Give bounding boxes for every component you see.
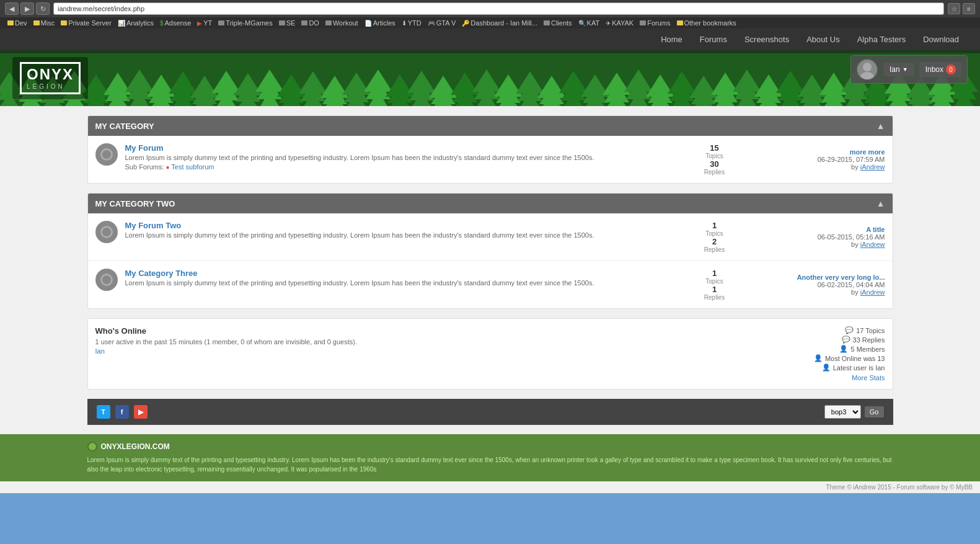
nav-alpha-testers[interactable]: Alpha Testers [849,29,915,50]
address-bar[interactable]: iandrew.me/secret/index.php [53,2,944,15]
forward-button[interactable]: ▶ [20,2,34,15]
bookmark-articles[interactable]: 📄 Articles [362,19,398,27]
back-button[interactable]: ◀ [5,2,19,15]
forum-stats-section: 1 Topics 1 Replies Another very very lon… [681,269,885,301]
forum-row: My Category Three Lorem Ipsum is simply … [88,261,893,308]
last-post-author[interactable]: iAndrew [860,241,885,248]
bookmark-analytics[interactable]: 📊 Analytics [115,19,156,27]
category-section-2: MY CATEGORY TWO ▲ My Forum Two Lorem Ips… [87,193,893,309]
bookmark-kayak[interactable]: ✈ KAYAK [603,19,636,27]
topics-count: 1 [690,221,739,230]
youtube-button[interactable]: ▶ [134,405,148,419]
browser-toolbar-icons: ☆ ≡ [948,3,975,14]
forum-icon [95,221,118,243]
folder-icon [218,20,224,25]
whos-online-description: 1 user active in the past 15 minutes (1 … [95,338,761,346]
forum-description: Lorem Ipsum is simply dummy text of the … [125,154,681,161]
bookmark-private-server[interactable]: Private Server [58,19,114,27]
replies-count: 2 [690,237,739,246]
folder-icon [279,20,285,25]
logo-line1: ONYX [27,66,74,82]
bookmark-adsense[interactable]: $ Adsense [157,19,193,27]
footer-right: bop3 Go [824,405,884,419]
bookmark-misc[interactable]: Misc [31,19,58,27]
gtav-icon: 🎮 [428,20,435,27]
bookmark-other[interactable]: Other bookmarks [674,19,739,27]
more-stats-link[interactable]: More Stats [761,374,885,381]
nav-screenshots[interactable]: Screenshots [736,29,798,50]
user-name-button[interactable]: Ian ▼ [883,63,914,76]
bookmark-forums[interactable]: Forums [637,19,673,27]
folder-icon [544,20,550,25]
forum-title[interactable]: My Category Three [125,269,681,278]
category-header-1: MY CATEGORY ▲ [88,116,893,136]
site-bottom-description: Lorem Ipsum is simply dummy text of the … [87,455,893,474]
forum-topics-stat: 1 Topics 2 Replies [690,221,739,253]
last-post-title[interactable]: Another very very long lo... [761,274,885,281]
star-icon[interactable]: ☆ [948,3,960,14]
folder-icon [33,20,40,25]
site-logo[interactable]: ONYX LEGION [12,57,88,99]
bookmark-do[interactable]: DO [299,19,322,27]
browser-nav-buttons: ◀ ▶ ↻ [5,2,50,15]
theme-select[interactable]: bop3 [824,405,861,419]
whos-online-section: Who's Online 1 user active in the past 1… [87,318,893,390]
bookmark-triple-mgames[interactable]: Triple-MGames [216,19,275,27]
topics-label: Topics [690,230,739,237]
last-post-author[interactable]: iAndrew [860,288,885,296]
hero-banner: ONYX LEGION Ian ▼ Inbox 0 [0,50,980,106]
bookmark-clients[interactable]: Clients [541,19,575,27]
bookmark-yt[interactable]: ▶ YT [195,19,214,27]
forum-last-post: Another very very long lo... 06-02-2015,… [761,274,885,296]
menu-icon[interactable]: ≡ [963,3,975,14]
replies-count: 1 [690,285,739,294]
subforum-link[interactable]: Test subforum [171,163,214,171]
nav-download[interactable]: Download [914,29,968,50]
last-post-title[interactable]: A title [761,226,885,233]
tree-background [0,53,980,106]
forum-title[interactable]: My Forum [125,143,681,153]
bookmark-ytd[interactable]: ⬇ YTD [399,19,424,27]
go-button[interactable]: Go [865,406,884,417]
inbox-button[interactable]: Inbox 0 [919,62,962,77]
folder-icon [61,20,67,25]
forum-icon [95,143,118,166]
facebook-button[interactable]: f [115,405,129,419]
bookmark-kat[interactable]: 🔍 KAT [576,19,603,27]
topics-label: Topics [690,278,739,285]
collapse-icon-2[interactable]: ▲ [876,198,885,208]
bookmark-se[interactable]: SE [276,19,298,27]
browser-chrome: ◀ ▶ ↻ iandrew.me/secret/index.php ☆ ≡ [0,0,980,17]
whos-online-left: Who's Online 1 user active in the past 1… [95,326,761,381]
last-post-by: by iAndrew [761,288,885,296]
bookmark-dashboard[interactable]: 🔑 Dashboard - Ian Mill... [459,19,540,27]
last-post-title[interactable]: more more [761,148,885,156]
category-section-1: MY CATEGORY ▲ My Forum Lorem Ipsum is si… [87,115,893,184]
forum-icon-inner [100,226,113,238]
forum-last-post: A title 06-05-2015, 05:16 AM by iAndrew [761,226,885,248]
forum-title[interactable]: My Forum Two [125,221,681,230]
folder-icon [325,20,332,25]
nav-about-us[interactable]: About Us [798,29,848,50]
nav-forums[interactable]: Forums [691,29,736,50]
topics-count: 1 [690,269,739,278]
folder-icon [7,20,14,25]
forum-topics-stat: 15 Topics 30 Replies [690,143,739,176]
collapse-icon-1[interactable]: ▲ [876,121,885,131]
topics-count: 15 [690,143,739,153]
bookmark-dev[interactable]: Dev [5,19,30,27]
bookmark-workout[interactable]: Workout [323,19,361,27]
refresh-button[interactable]: ↻ [36,2,50,15]
forum-icon [95,269,118,291]
adsense-icon: $ [160,20,164,27]
online-user[interactable]: Ian [95,347,761,355]
whos-online-title: Who's Online [95,326,761,336]
main-content: MY CATEGORY ▲ My Forum Lorem Ipsum is si… [0,106,980,434]
last-post-by: by iAndrew [761,163,885,171]
stats-replies: 💬 33 Replies [761,336,885,344]
twitter-button[interactable]: T [97,405,110,419]
stats-members: 👤 5 Members [761,345,885,353]
nav-home[interactable]: Home [652,29,691,50]
last-post-author[interactable]: iAndrew [860,163,885,171]
bookmark-gtav[interactable]: 🎮 GTA V [425,19,459,27]
